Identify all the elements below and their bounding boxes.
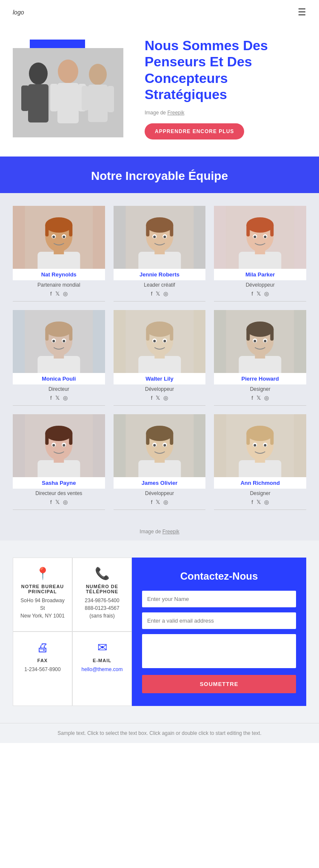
svg-point-35 bbox=[153, 236, 156, 238]
twitter-icon[interactable]: 𝕏 bbox=[55, 290, 60, 297]
team-member-name: James Olivier bbox=[117, 480, 202, 486]
hero-content: Nous Sommes Des Penseurs Et Des Concepte… bbox=[132, 37, 306, 139]
team-section: Notre Incroyable Équipe bbox=[0, 157, 319, 541]
svg-rect-80 bbox=[271, 328, 274, 341]
svg-rect-92 bbox=[69, 432, 72, 445]
instagram-icon[interactable]: ◎ bbox=[163, 290, 168, 297]
team-social-icons: f 𝕏 ◎ bbox=[50, 499, 68, 505]
email-link[interactable]: hello@theme.com bbox=[82, 666, 123, 672]
svg-point-78 bbox=[247, 322, 274, 337]
footer-note: Sample text. Click to select the text bo… bbox=[57, 730, 262, 736]
message-textarea[interactable] bbox=[142, 634, 296, 668]
hero-image-area bbox=[13, 40, 132, 137]
contact-form-area: Contactez-Nous SOUMETTRE bbox=[132, 558, 306, 706]
team-card: James Olivier Développeur f 𝕏 ◎ bbox=[114, 414, 206, 510]
facebook-icon[interactable]: f bbox=[50, 499, 52, 505]
team-freepik-link[interactable]: Freepik bbox=[162, 529, 179, 535]
team-divider bbox=[214, 509, 306, 510]
facebook-icon[interactable]: f bbox=[151, 395, 153, 401]
svg-point-120 bbox=[264, 444, 267, 447]
facebook-icon[interactable]: f bbox=[251, 395, 253, 401]
svg-point-42 bbox=[247, 217, 274, 233]
team-photo: Nat Reynolds bbox=[13, 206, 105, 280]
svg-point-66 bbox=[146, 322, 173, 337]
twitter-icon[interactable]: 𝕏 bbox=[55, 499, 60, 505]
svg-rect-6 bbox=[57, 83, 79, 123]
team-card: Monica Pouli Directeur f 𝕏 ◎ bbox=[13, 310, 105, 406]
team-divider bbox=[214, 405, 306, 406]
name-input[interactable] bbox=[142, 591, 296, 607]
team-social-icons: f 𝕏 ◎ bbox=[151, 499, 168, 505]
team-name-tag: Ann Richmond bbox=[214, 477, 306, 489]
team-photo: Mila Parker bbox=[214, 206, 306, 280]
twitter-icon[interactable]: 𝕏 bbox=[156, 290, 160, 297]
svg-rect-79 bbox=[247, 328, 250, 341]
freepik-link[interactable]: Freepik bbox=[167, 110, 184, 116]
facebook-icon[interactable]: f bbox=[50, 395, 52, 401]
contact-card-title: FAX bbox=[37, 658, 48, 663]
svg-point-1 bbox=[29, 63, 48, 85]
contact-form-title: Contactez-Nous bbox=[142, 570, 296, 582]
svg-rect-32 bbox=[170, 224, 173, 236]
svg-point-72 bbox=[163, 340, 166, 342]
location-icon: 📍 bbox=[35, 566, 50, 581]
team-name-tag: Walter Lily bbox=[114, 373, 206, 384]
svg-rect-104 bbox=[170, 432, 173, 445]
contact-card: 🖨 FAX 1-234-567-8900 bbox=[13, 632, 72, 706]
svg-point-47 bbox=[254, 236, 256, 238]
email-input[interactable] bbox=[142, 612, 296, 629]
svg-rect-68 bbox=[170, 328, 173, 341]
team-member-role: Directeur des ventes bbox=[35, 490, 82, 496]
instagram-icon[interactable]: ◎ bbox=[63, 395, 68, 401]
team-divider bbox=[114, 405, 206, 406]
team-social-icons: f 𝕏 ◎ bbox=[251, 395, 269, 401]
facebook-icon[interactable]: f bbox=[251, 290, 253, 297]
facebook-icon[interactable]: f bbox=[151, 499, 153, 505]
twitter-icon[interactable]: 𝕏 bbox=[256, 499, 261, 505]
instagram-icon[interactable]: ◎ bbox=[63, 290, 68, 297]
team-member-name: Pierre Howard bbox=[217, 376, 303, 382]
facebook-icon[interactable]: f bbox=[151, 290, 153, 297]
contact-card: 📍 NOTRE BUREAU PRINCIPAL SoHo 94 Broadwa… bbox=[13, 558, 72, 632]
facebook-icon[interactable]: f bbox=[50, 290, 52, 297]
instagram-icon[interactable]: ◎ bbox=[163, 395, 168, 401]
menu-icon[interactable]: ☰ bbox=[298, 7, 306, 18]
team-card: Walter Lily Développeur f 𝕏 ◎ bbox=[114, 310, 206, 406]
svg-point-84 bbox=[264, 340, 267, 342]
team-member-name: Jennie Roberts bbox=[117, 271, 202, 278]
svg-point-60 bbox=[63, 340, 65, 342]
instagram-icon[interactable]: ◎ bbox=[163, 499, 168, 505]
svg-rect-31 bbox=[146, 224, 149, 236]
team-member-role: Leader créatif bbox=[144, 282, 175, 288]
instagram-icon[interactable]: ◎ bbox=[264, 290, 269, 297]
instagram-icon[interactable]: ◎ bbox=[264, 499, 269, 505]
team-member-role: Développeur bbox=[246, 282, 275, 288]
svg-point-30 bbox=[146, 217, 173, 233]
svg-rect-4 bbox=[41, 85, 48, 113]
facebook-icon[interactable]: f bbox=[251, 499, 253, 505]
svg-rect-10 bbox=[88, 85, 108, 122]
team-member-role: Directeur bbox=[48, 386, 69, 392]
instagram-icon[interactable]: ◎ bbox=[264, 395, 269, 401]
twitter-icon[interactable]: 𝕏 bbox=[256, 290, 261, 297]
svg-point-102 bbox=[146, 426, 173, 441]
twitter-icon[interactable]: 𝕏 bbox=[156, 499, 160, 505]
contact-section: 📍 NOTRE BUREAU PRINCIPAL SoHo 94 Broadwa… bbox=[0, 541, 319, 723]
svg-point-108 bbox=[163, 444, 166, 447]
footer: Sample text. Click to select the text bo… bbox=[0, 723, 319, 743]
submit-button[interactable]: SOUMETTRE bbox=[142, 675, 296, 693]
team-photo: Pierre Howard bbox=[214, 310, 306, 384]
contact-card: ✉ E-MAIL hello@theme.com bbox=[72, 632, 132, 706]
svg-point-114 bbox=[247, 426, 274, 441]
twitter-icon[interactable]: 𝕏 bbox=[55, 395, 60, 401]
instagram-icon[interactable]: ◎ bbox=[63, 499, 68, 505]
learn-more-button[interactable]: APPRENDRE ENCORE PLUS bbox=[145, 123, 244, 139]
hero-title: Nous Sommes Des Penseurs Et Des Concepte… bbox=[145, 37, 306, 103]
svg-point-71 bbox=[153, 340, 156, 342]
team-social-icons: f 𝕏 ◎ bbox=[251, 290, 269, 297]
twitter-icon[interactable]: 𝕏 bbox=[156, 395, 160, 401]
team-photo: Ann Richmond bbox=[214, 414, 306, 489]
svg-point-95 bbox=[52, 444, 55, 447]
twitter-icon[interactable]: 𝕏 bbox=[256, 395, 261, 401]
team-divider bbox=[13, 509, 105, 510]
